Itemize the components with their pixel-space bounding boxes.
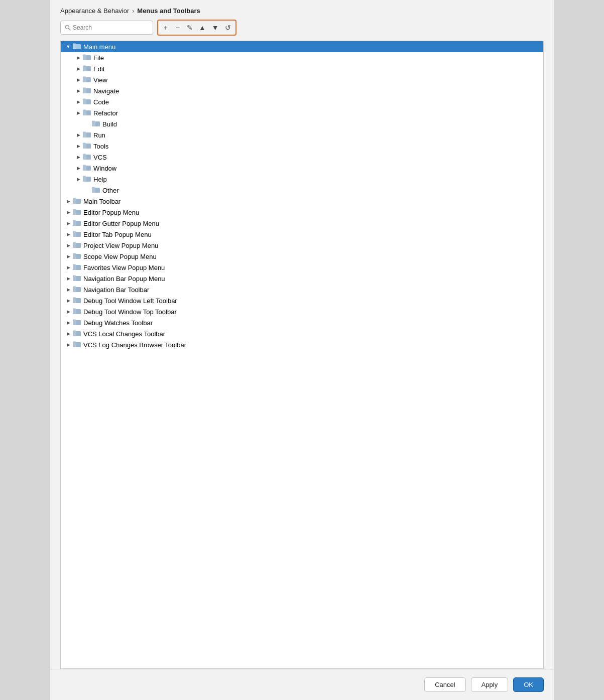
chevron-icon: ▶ [75, 166, 82, 171]
reset-button[interactable]: ↺ [222, 22, 233, 34]
chevron-icon: ▶ [65, 221, 72, 226]
tree-item-label: Project View Popup Menu [83, 242, 158, 249]
move-up-button[interactable]: ▲ [196, 22, 208, 34]
tree-item-navigate[interactable]: ▶ Navigate [61, 85, 543, 96]
folder-icon [73, 43, 81, 51]
tree-item-favorites-view-popup-menu[interactable]: ▶ Favorites View Popup Menu [61, 262, 543, 273]
tree-item-label: Edit [93, 65, 104, 73]
tree-item-tools[interactable]: ▶ Tools [61, 141, 543, 152]
chevron-icon: ▶ [65, 265, 72, 270]
svg-rect-31 [83, 143, 86, 145]
tree-item-label: Favorites View Popup Menu [83, 264, 165, 271]
tree-item-label: Editor Tab Popup Menu [83, 231, 152, 238]
tree-item-editor-tab-popup-menu[interactable]: ▶ Editor Tab Popup Menu [61, 229, 543, 240]
tree-item-run[interactable]: ▶ Run [61, 129, 543, 141]
tree-item-debug-watches-toolbar[interactable]: ▶ Debug Watches Toolbar [61, 317, 543, 328]
tree-item-help[interactable]: ▶ Help [61, 174, 543, 185]
tree-item-code[interactable]: ▶ Code [61, 96, 543, 107]
chevron-icon: ▶ [75, 110, 82, 115]
action-buttons-group: + − ✎ ▲ ▼ ↺ [157, 20, 236, 36]
tree-item-file[interactable]: ▶ File [61, 52, 543, 63]
remove-button[interactable]: − [172, 22, 183, 34]
chevron-icon: ▶ [75, 66, 82, 71]
svg-rect-55 [73, 231, 76, 233]
breadcrumb: Appearance & Behavior › Menus and Toolba… [50, 0, 554, 20]
tree-item-refactor[interactable]: ▶ Refactor [61, 107, 543, 118]
folder-icon [83, 109, 91, 117]
chevron-icon: ▶ [65, 243, 72, 248]
tree-item-vcs-log-changes-browser-toolbar[interactable]: ▶ VCS Log Changes Browser Toolbar [61, 339, 543, 350]
folder-icon [83, 98, 91, 106]
folder-icon [73, 319, 81, 327]
chevron-icon: ▶ [65, 298, 72, 303]
folder-icon [83, 87, 91, 95]
tree-item-label: Editor Popup Menu [83, 209, 139, 216]
tree-item-main-toolbar[interactable]: ▶ Main Toolbar [61, 196, 543, 207]
svg-rect-28 [83, 132, 86, 133]
ok-button[interactable]: OK [513, 677, 544, 692]
chevron-icon: ▶ [65, 287, 72, 292]
folder-icon [73, 208, 81, 216]
chevron-icon: ▶ [75, 155, 82, 160]
search-box [60, 21, 153, 35]
tree-item-label: Tools [93, 143, 108, 150]
chevron-icon: ▶ [75, 55, 82, 60]
tree-item-debug-tool-window-left-toolbar[interactable]: ▶ Debug Tool Window Left Toolbar [61, 295, 543, 306]
tree-item-vcs-local-changes-toolbar[interactable]: ▶ VCS Local Changes Toolbar [61, 328, 543, 339]
tree-item-vcs[interactable]: ▶ VCS [61, 152, 543, 163]
cancel-button[interactable]: Cancel [424, 677, 465, 692]
chevron-icon: ▶ [65, 331, 72, 336]
add-button[interactable]: + [160, 22, 171, 34]
tree-item-editor-gutter-popup-menu[interactable]: ▶ Editor Gutter Popup Menu [61, 218, 543, 229]
tree-item-label: View [93, 76, 107, 84]
tree-item-debug-tool-window-top-toolbar[interactable]: ▶ Debug Tool Window Top Toolbar [61, 306, 543, 317]
tree-item-window[interactable]: ▶ Window [61, 163, 543, 174]
tree-item-label: File [93, 54, 104, 62]
svg-rect-76 [73, 309, 76, 310]
tree-item-project-view-popup-menu[interactable]: ▶ Project View Popup Menu [61, 240, 543, 251]
tree-item-build[interactable]: Build [61, 118, 543, 129]
tree-item-navigation-bar-toolbar[interactable]: ▶ Navigation Bar Toolbar [61, 284, 543, 295]
svg-rect-46 [73, 198, 76, 200]
svg-rect-70 [73, 287, 76, 288]
apply-button[interactable]: Apply [471, 677, 509, 692]
folder-icon [83, 76, 91, 84]
folder-icon [73, 274, 81, 283]
edit-button[interactable]: ✎ [184, 22, 195, 34]
folder-icon [73, 230, 81, 238]
chevron-icon: ▶ [75, 77, 82, 82]
tree-item-editor-popup-menu[interactable]: ▶ Editor Popup Menu [61, 207, 543, 218]
move-down-button[interactable]: ▼ [209, 22, 221, 34]
tree-item-navigation-bar-popup-menu[interactable]: ▶ Navigation Bar Popup Menu [61, 273, 543, 284]
folder-icon [83, 164, 91, 172]
search-input[interactable] [73, 24, 149, 31]
tree-item-scope-view-popup-menu[interactable]: ▶ Scope View Popup Menu [61, 251, 543, 262]
chevron-icon: ▶ [65, 199, 72, 204]
svg-rect-10 [83, 66, 86, 67]
svg-rect-13 [83, 77, 86, 78]
chevron-icon: ▶ [65, 276, 72, 281]
chevron-icon: ▶ [75, 99, 82, 104]
chevron-icon: ▶ [65, 232, 72, 237]
tree-item-label: Other [102, 187, 119, 194]
folder-icon [73, 297, 81, 305]
dialog: Appearance & Behavior › Menus and Toolba… [50, 0, 554, 700]
svg-rect-79 [73, 320, 76, 321]
chevron-icon: ▼ [65, 44, 72, 49]
folder-icon [83, 65, 91, 73]
search-icon [65, 25, 71, 31]
tree-item-edit[interactable]: ▶ Edit [61, 63, 543, 74]
chevron-icon: ▶ [65, 210, 72, 215]
tree-item-view[interactable]: ▶ View [61, 74, 543, 85]
toolbar-row: + − ✎ ▲ ▼ ↺ [50, 20, 554, 41]
svg-rect-49 [73, 209, 76, 211]
tree-item-main-menu[interactable]: ▼ Main menu [61, 41, 543, 52]
tree-item-other[interactable]: Other [61, 185, 543, 196]
svg-rect-64 [73, 264, 76, 266]
chevron-icon: ▶ [75, 144, 82, 149]
folder-icon [83, 54, 91, 62]
svg-rect-19 [83, 99, 86, 100]
chevron-icon: ▶ [75, 177, 82, 182]
tree-item-label: Window [93, 165, 116, 172]
svg-rect-25 [92, 121, 95, 122]
